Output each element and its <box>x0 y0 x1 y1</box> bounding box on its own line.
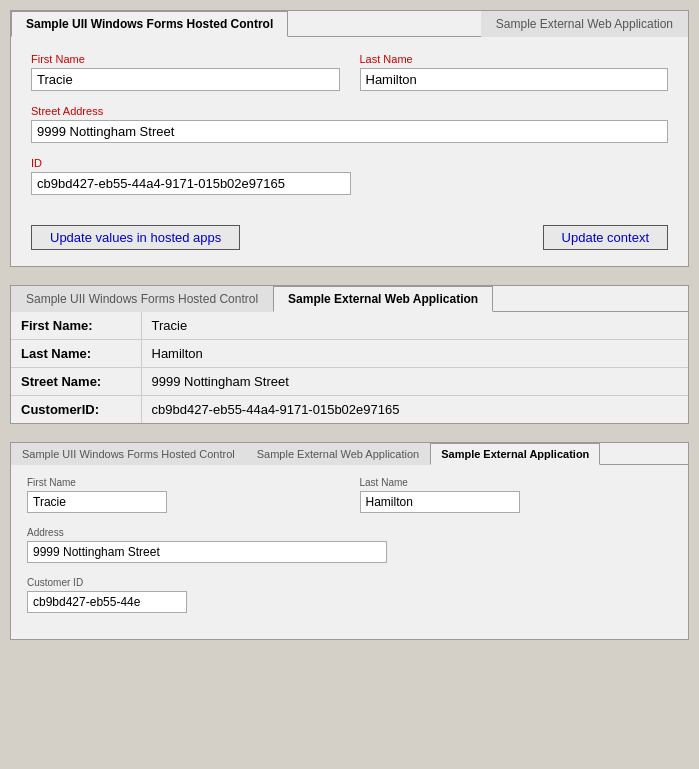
panel-3-tab-bar: Sample UII Windows Forms Hosted Control … <box>11 443 688 465</box>
table-row: Street Name: 9999 Nottingham Street <box>11 368 688 396</box>
panel-2: Sample UII Windows Forms Hosted Control … <box>10 285 689 424</box>
p3-first-name-group: First Name <box>27 477 340 513</box>
panel-2-content: First Name: Tracie Last Name: Hamilton S… <box>11 312 688 423</box>
id-input[interactable] <box>31 172 351 195</box>
tab-uii-forms-3[interactable]: Sample UII Windows Forms Hosted Control <box>11 443 246 465</box>
tab-uii-forms[interactable]: Sample UII Windows Forms Hosted Control <box>11 11 288 37</box>
tab-uii-forms-3-label: Sample UII Windows Forms Hosted Control <box>22 448 235 460</box>
last-name-label: Last Name <box>360 53 669 65</box>
name-row: First Name Last Name <box>31 53 668 91</box>
row-label-2: Street Name: <box>11 368 141 396</box>
panel-2-tab-bar: Sample UII Windows Forms Hosted Control … <box>11 286 688 312</box>
p3-address-row: Address <box>27 527 672 563</box>
p3-address-group: Address <box>27 527 407 563</box>
p3-address-label: Address <box>27 527 407 538</box>
tab-ext-web-2[interactable]: Sample External Web Application <box>273 286 493 312</box>
panel-1-tab-bar: Sample UII Windows Forms Hosted Control … <box>11 11 688 37</box>
p3-last-name-label: Last Name <box>360 477 673 488</box>
p3-last-name-group: Last Name <box>360 477 673 513</box>
first-name-group: First Name <box>31 53 340 91</box>
p3-address-input[interactable] <box>27 541 387 563</box>
p3-first-name-label: First Name <box>27 477 340 488</box>
id-row: ID <box>31 157 668 195</box>
last-name-group: Last Name <box>360 53 669 91</box>
tab-uii-forms-2-label: Sample UII Windows Forms Hosted Control <box>26 292 258 306</box>
row-value-1: Hamilton <box>141 340 688 368</box>
p3-customerid-label: Customer ID <box>27 577 672 588</box>
tab-ext-app-3[interactable]: Sample External Application <box>430 443 600 465</box>
last-name-input[interactable] <box>360 68 669 91</box>
p3-name-row: First Name Last Name <box>27 477 672 513</box>
table-row: First Name: Tracie <box>11 312 688 340</box>
p3-last-name-input[interactable] <box>360 491 520 513</box>
p3-customerid-group: Customer ID <box>27 577 672 613</box>
row-label-1: Last Name: <box>11 340 141 368</box>
row-label-0: First Name: <box>11 312 141 340</box>
panel-1-content: First Name Last Name Street Address ID U… <box>11 37 688 266</box>
panel-3: Sample UII Windows Forms Hosted Control … <box>10 442 689 640</box>
row-label-3: CustomerID: <box>11 396 141 424</box>
tab-uii-forms-label: Sample UII Windows Forms Hosted Control <box>26 17 273 31</box>
button-row: Update values in hosted apps Update cont… <box>31 215 668 250</box>
street-row: Street Address <box>31 105 668 143</box>
table-row: CustomerID: cb9bd427-eb55-44a4-9171-015b… <box>11 396 688 424</box>
p3-customerid-input[interactable] <box>27 591 187 613</box>
first-name-input[interactable] <box>31 68 340 91</box>
tab-ext-web-3-label: Sample External Web Application <box>257 448 419 460</box>
tab-ext-web-label: Sample External Web Application <box>496 17 673 31</box>
street-input[interactable] <box>31 120 668 143</box>
first-name-label: First Name <box>31 53 340 65</box>
street-group: Street Address <box>31 105 668 143</box>
row-value-2: 9999 Nottingham Street <box>141 368 688 396</box>
panel-3-content: First Name Last Name Address Customer ID <box>11 465 688 639</box>
tab-ext-web-3[interactable]: Sample External Web Application <box>246 443 430 465</box>
panel-1: Sample UII Windows Forms Hosted Control … <box>10 10 689 267</box>
tab-ext-web[interactable]: Sample External Web Application <box>481 11 688 37</box>
update-hosted-button[interactable]: Update values in hosted apps <box>31 225 240 250</box>
info-table: First Name: Tracie Last Name: Hamilton S… <box>11 312 688 423</box>
tab-uii-forms-2[interactable]: Sample UII Windows Forms Hosted Control <box>11 286 273 312</box>
table-row: Last Name: Hamilton <box>11 340 688 368</box>
tab-ext-web-2-label: Sample External Web Application <box>288 292 478 306</box>
id-group: ID <box>31 157 371 195</box>
update-context-button[interactable]: Update context <box>543 225 668 250</box>
street-label: Street Address <box>31 105 668 117</box>
tab-ext-app-3-label: Sample External Application <box>441 448 589 460</box>
p3-customerid-row: Customer ID <box>27 577 672 613</box>
id-label: ID <box>31 157 371 169</box>
row-value-3: cb9bd427-eb55-44a4-9171-015b02e97165 <box>141 396 688 424</box>
row-value-0: Tracie <box>141 312 688 340</box>
p3-first-name-input[interactable] <box>27 491 167 513</box>
